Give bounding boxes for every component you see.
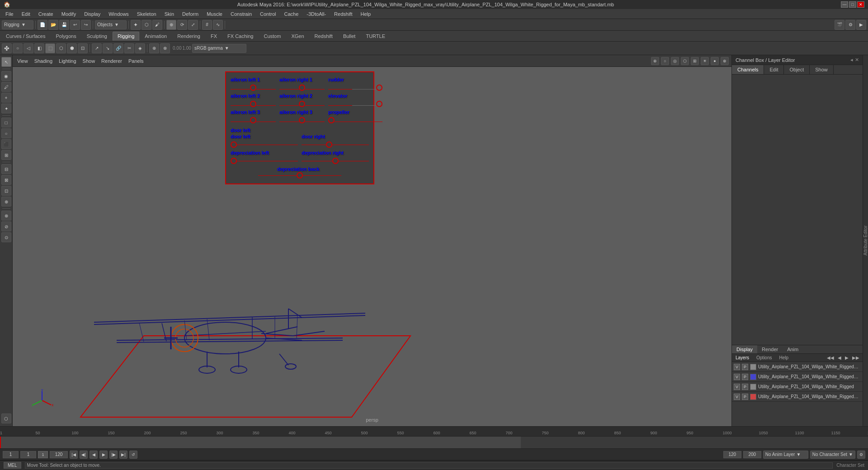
play-forward-button[interactable]: ▶ bbox=[99, 451, 108, 459]
tab-animation[interactable]: Animation bbox=[140, 32, 172, 41]
vp-icon-7[interactable]: ● bbox=[711, 57, 719, 65]
menu-edit[interactable]: Edit bbox=[18, 10, 34, 18]
viewport-content[interactable]: aileron left 1 aileron right 1 rudder bbox=[13, 67, 731, 426]
layer-arrow-1[interactable]: ◀◀ bbox=[826, 355, 835, 361]
icon-tool-14[interactable]: ⊕ bbox=[149, 43, 159, 53]
menu-display[interactable]: Display bbox=[80, 10, 104, 18]
icon-tool-4[interactable]: ◧ bbox=[34, 43, 44, 53]
rigging-2[interactable]: ⊘ bbox=[1, 221, 11, 231]
start-frame-input[interactable] bbox=[3, 451, 19, 458]
tab-rigging[interactable]: Rigging bbox=[113, 32, 139, 41]
right-panel-close[interactable]: ✕ bbox=[855, 57, 859, 63]
timeline-track[interactable] bbox=[0, 437, 868, 448]
icon-tool-12[interactable]: ✂ bbox=[124, 43, 134, 53]
tab-edit[interactable]: Edit bbox=[764, 65, 784, 74]
layer-p-controller[interactable]: P bbox=[742, 394, 748, 400]
menu-skeleton[interactable]: Skeleton bbox=[133, 10, 160, 18]
objects-dropdown[interactable]: Objects ▼ bbox=[95, 20, 127, 29]
menu-modify[interactable]: Modify bbox=[58, 10, 80, 18]
render-settings-button[interactable]: ⚙ bbox=[845, 20, 855, 30]
layer-vis-text[interactable]: V bbox=[734, 374, 740, 380]
tab-render[interactable]: Render bbox=[757, 345, 783, 353]
vp-icon-5[interactable]: ⊞ bbox=[691, 57, 699, 65]
vp-icon-1[interactable]: ⊕ bbox=[651, 57, 659, 65]
layer-p-bones[interactable]: P bbox=[742, 364, 748, 370]
undo-button[interactable]: ↩ bbox=[70, 20, 80, 30]
maximize-button[interactable]: □ bbox=[849, 1, 856, 8]
vp-panels-menu[interactable]: Panels bbox=[127, 57, 146, 65]
tab-channels[interactable]: Channels bbox=[732, 65, 764, 74]
render-button[interactable]: 🎬 bbox=[835, 20, 844, 30]
timeline-settings-button[interactable]: ⚙ bbox=[857, 451, 865, 459]
tab-show[interactable]: Show bbox=[810, 65, 834, 74]
tab-fx-caching[interactable]: FX Caching bbox=[222, 32, 258, 41]
sub-tab-layers[interactable]: Layers bbox=[732, 354, 753, 361]
tab-xgen[interactable]: XGen bbox=[286, 32, 309, 41]
tab-rendering[interactable]: Rendering bbox=[172, 32, 205, 41]
loop-button[interactable]: ↺ bbox=[129, 451, 137, 459]
layer-vis-main[interactable]: V bbox=[734, 384, 740, 390]
create-tool[interactable]: + bbox=[1, 93, 11, 103]
menu-constrain[interactable]: Constrain bbox=[227, 10, 255, 18]
rigging-1[interactable]: ⊗ bbox=[1, 211, 11, 221]
transform-4[interactable]: ⊕ bbox=[1, 197, 11, 207]
tab-custom[interactable]: Custom bbox=[259, 32, 286, 41]
rigging-3[interactable]: ⊙ bbox=[1, 232, 11, 242]
step-back-button[interactable]: ◀| bbox=[80, 451, 88, 459]
paint-tool-button[interactable]: 🖌 bbox=[152, 20, 162, 30]
vp-renderer-menu[interactable]: Renderer bbox=[99, 57, 124, 65]
menu-file[interactable]: File bbox=[2, 10, 17, 18]
menu-windows[interactable]: Windows bbox=[105, 10, 132, 18]
mesh-tool[interactable]: ⊞ bbox=[1, 150, 11, 160]
layer-arrow-2[interactable]: ◀ bbox=[836, 355, 843, 361]
tab-fx[interactable]: FX bbox=[206, 32, 222, 41]
select-tool-button[interactable]: ✦ bbox=[131, 20, 141, 30]
tab-polygons[interactable]: Polygons bbox=[51, 32, 81, 41]
scale-tool-button[interactable]: ⤢ bbox=[188, 20, 198, 30]
vp-show-menu[interactable]: Show bbox=[81, 57, 97, 65]
move-tool-button[interactable]: ⊕ bbox=[166, 20, 176, 30]
layer-vis-controller[interactable]: V bbox=[734, 394, 740, 400]
menu-help[interactable]: Help bbox=[357, 10, 374, 18]
tab-display[interactable]: Display bbox=[732, 345, 757, 353]
end-frame-input[interactable] bbox=[50, 451, 68, 458]
mode-dropdown[interactable]: Rigging ▼ bbox=[2, 20, 33, 29]
icon-tool-2[interactable]: ○ bbox=[13, 43, 23, 53]
play-back-button[interactable]: ◀ bbox=[90, 451, 98, 459]
menu-3dtoall[interactable]: -3DtoAll- bbox=[303, 10, 330, 18]
vp-icon-3[interactable]: ◎ bbox=[671, 57, 679, 65]
lasso-tool-button[interactable]: ⬡ bbox=[142, 20, 151, 30]
render-region-button[interactable]: ▶ bbox=[856, 20, 866, 30]
character-set-dropdown[interactable]: No Character Set ▼ bbox=[810, 451, 855, 459]
light-tool[interactable]: ✦ bbox=[1, 103, 11, 113]
playback-speed-input[interactable] bbox=[743, 451, 761, 458]
layer-p-text[interactable]: P bbox=[742, 374, 748, 380]
icon-tool-13[interactable]: ◈ bbox=[135, 43, 145, 53]
sculpt-tool[interactable]: 🖊 bbox=[1, 82, 11, 92]
snap-grid-button[interactable]: # bbox=[202, 20, 212, 30]
layer-p-main[interactable]: P bbox=[742, 384, 748, 390]
menu-redshift[interactable]: Redshift bbox=[330, 10, 356, 18]
snap-curve-button[interactable]: ∿ bbox=[213, 20, 223, 30]
vp-icon-6[interactable]: ☀ bbox=[701, 57, 709, 65]
vp-view-menu[interactable]: View bbox=[15, 57, 30, 65]
layer-arrow-4[interactable]: ▶▶ bbox=[851, 355, 861, 361]
tab-redshift[interactable]: Redshift bbox=[310, 32, 338, 41]
sub-tab-options[interactable]: Options bbox=[753, 354, 775, 361]
minimize-button[interactable]: — bbox=[841, 1, 848, 8]
tab-object[interactable]: Object bbox=[784, 65, 810, 74]
icon-tool-15[interactable]: ⊗ bbox=[160, 43, 170, 53]
icon-tool-5[interactable]: ⬚ bbox=[45, 43, 55, 53]
mel-button[interactable]: MEL bbox=[4, 462, 21, 469]
vp-icon-4[interactable]: ⬡ bbox=[681, 57, 689, 65]
gamma-dropdown[interactable]: sRGB gamma ▼ bbox=[192, 44, 246, 53]
icon-tool-6[interactable]: ⬡ bbox=[56, 43, 66, 53]
menu-skin[interactable]: Skin bbox=[161, 10, 178, 18]
sphere-shape[interactable]: ○ bbox=[1, 128, 11, 138]
sub-tab-help[interactable]: Help bbox=[775, 354, 792, 361]
open-scene-button[interactable]: 📂 bbox=[48, 20, 58, 30]
layer-vis-bones[interactable]: V bbox=[734, 364, 740, 370]
go-start-button[interactable]: |◀ bbox=[70, 451, 78, 459]
vp-lighting-menu[interactable]: Lighting bbox=[57, 57, 78, 65]
layer-arrow-3[interactable]: ▶ bbox=[844, 355, 850, 361]
